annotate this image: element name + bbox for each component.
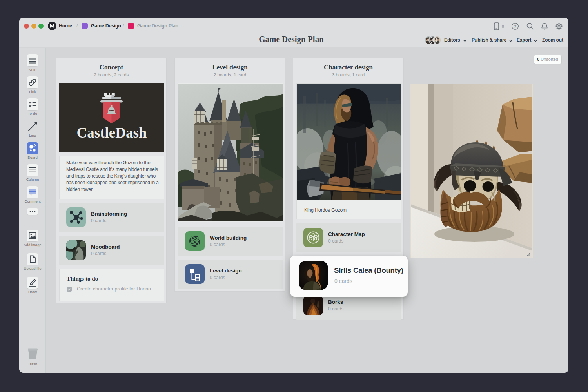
svg-text:CastleDash: CastleDash [77,125,147,141]
svg-text:0: 0 [502,24,504,29]
svg-text:?: ? [514,24,517,29]
